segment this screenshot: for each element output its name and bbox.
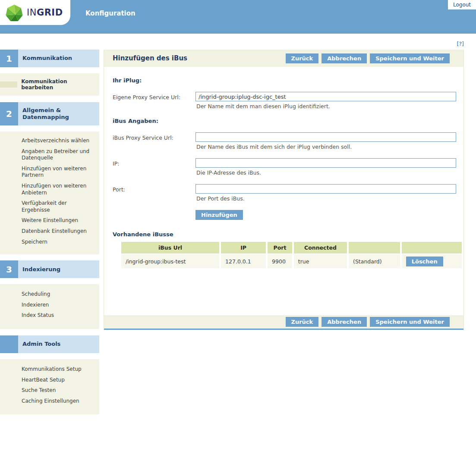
ingrid-logo-icon [4,3,24,23]
field-help-text: Die IP-Adresse des iBus. [196,169,463,176]
existing-ibusse-heading: Vorhandene iBusse [113,231,463,238]
sidebar-item-suche-testen[interactable]: Suche Testen [22,387,93,394]
logout-button[interactable]: Logout [448,0,476,9]
cancel-button-bottom[interactable]: Abbrechen [322,317,367,327]
column-header-empty-standard [349,242,400,254]
vorhandene-ibusse-table: iBus Url IP Port Connected /ingrid-group… [120,241,463,269]
column-header-port: Port [268,242,292,254]
delete-ibus-button[interactable]: Löschen [406,257,443,266]
sidebar-submenu-admin-tools: Kommunikations Setup HeartBeat Setup Suc… [0,359,99,414]
content-title-bar: Hinzufügen des iBus Zurück Abbrechen Spe… [104,50,463,67]
section-number [0,335,18,353]
ibus-proxy-service-url-input[interactable] [195,132,456,142]
ip-field-row: IP: Die IP-Adresse des iBus. [113,158,463,182]
sidebar-section-admin-tools[interactable]: Admin Tools [0,335,99,353]
form-area: Ihr iPlug: Eigene Proxy Service Url: Der… [104,67,463,315]
top-button-group: Zurück Abbrechen Speichern und Weiter [286,53,450,63]
cell-port: 9900 [268,254,292,268]
add-ibus-button[interactable]: Hinzufügen [195,210,243,220]
sidebar-submenu-indexierung: Scheduling Indexieren Index Status [0,284,99,329]
sidebar: 1 Kommunikation Kommunikation bearbeiten… [0,50,99,414]
sidebar-item-hinzufuegen-anbietern[interactable]: Hinzufügen von weiteren Anbietern [22,183,93,196]
port-field-row: Port: Der Port des iBus. [113,184,463,207]
ingrid-logo[interactable]: INGRID [0,0,70,25]
sidebar-section-kommunikation[interactable]: 1 Kommunikation [0,50,99,67]
cell-standard: (Standard) [349,254,400,268]
column-header-connected: Connected [294,242,347,254]
section-label: Allgemein & Datenmapping [18,102,99,125]
section-number: 3 [0,260,18,278]
table-row: /ingrid-group:ibus-test 127.0.0.1 9900 t… [121,254,462,268]
back-button-top[interactable]: Zurück [286,53,319,63]
section-label: Admin Tools [18,335,99,353]
active-item-marker [0,81,17,88]
sidebar-section-indexierung[interactable]: 3 Indexierung [0,260,99,278]
sidebar-item-arbeitsverzeichnis-waehlen[interactable]: Arbeitsverzeichnis wählen [22,138,93,144]
ingrid-logo-text: INGRID [27,7,63,18]
sidebar-item-verfuegbarkeit-ergebnisse[interactable]: Verfügbarkeit der Ergebnisse [22,200,93,213]
field-help-text: Der Name mit dem man diesen iPlug identi… [196,103,463,110]
cell-connected: true [294,254,347,268]
ibus-section-heading: iBus Angaben: [113,118,463,124]
field-help-text: Der Port des iBus. [196,195,463,202]
main-content: Hinzufügen des iBus Zurück Abbrechen Spe… [104,50,464,330]
sidebar-item-weitere-einstellungen[interactable]: Weitere Einstellungen [22,217,93,224]
sidebar-item-scheduling[interactable]: Scheduling [22,291,93,298]
header-bar: INGRID Konfiguration Logout [0,0,476,34]
port-input[interactable] [195,184,456,194]
sidebar-item-caching-einstellungen[interactable]: Caching Einstellungen [22,398,93,405]
section-label: Kommunikation [18,50,99,67]
page: INGRID Konfiguration Logout [?] 1 Kommun… [0,0,476,454]
field-label: Port: [113,184,195,207]
section-number: 2 [0,102,18,125]
active-marker-column [0,81,18,88]
sidebar-item-heartbeat-setup[interactable]: HeartBeat Setup [22,377,93,384]
field-label: iBus Proxy Service Url: [113,132,195,156]
ibus-proxy-field-row: iBus Proxy Service Url: Der Name des iBu… [113,132,463,156]
section-number: 1 [0,50,18,67]
ip-input[interactable] [195,158,456,168]
sidebar-item-indexieren[interactable]: Indexieren [22,302,93,309]
eigene-proxy-service-url-input[interactable] [195,92,456,101]
sidebar-item-hinzufuegen-partnern[interactable]: Hinzufügen von weiteren Partnern [22,166,93,179]
iplug-section-heading: Ihr iPlug: [113,77,463,84]
sidebar-section-allgemein-datenmapping[interactable]: 2 Allgemein & Datenmapping [0,102,99,125]
sidebar-item-kommunikation-bearbeiten[interactable]: Kommunikation bearbeiten [0,73,99,96]
column-header-ip: IP [221,242,266,254]
cell-ip: 127.0.0.1 [221,254,266,268]
field-label: IP: [113,158,195,182]
back-button-bottom[interactable]: Zurück [286,317,319,327]
eigene-proxy-field-row: Eigene Proxy Service Url: Der Name mit d… [113,92,463,115]
cell-ibus-url: /ingrid-group:ibus-test [121,254,219,268]
page-title: Konfiguration [85,9,136,17]
sidebar-item-angaben-betreiber-datenquelle[interactable]: Angaben zu Betreiber und Datenquelle [22,148,93,162]
column-header-empty-actions [402,242,462,254]
table-header-row: iBus Url IP Port Connected [121,242,462,254]
sidebar-item-index-status[interactable]: Index Status [22,312,93,319]
cancel-button-top[interactable]: Abbrechen [322,53,367,63]
save-continue-button-top[interactable]: Speichern und Weiter [370,53,450,63]
field-label: Eigene Proxy Service Url: [113,92,195,115]
field-help-text: Der Name des iBus mit dem sich der iPlug… [196,144,463,150]
sidebar-item-speichern[interactable]: Speichern [22,239,93,246]
section-label: Indexierung [18,260,99,278]
help-link[interactable]: [?] [457,41,464,47]
bottom-button-bar: Zurück Abbrechen Speichern und Weiter [104,315,463,330]
content-heading: Hinzufügen des iBus [113,54,187,62]
sidebar-item-datenbank-einstellungen[interactable]: Datenbank Einstellungen [22,228,93,235]
sidebar-submenu-allgemein: Arbeitsverzeichnis wählen Angaben zu Bet… [0,132,99,254]
bottom-button-group: Zurück Abbrechen Speichern und Weiter [286,317,450,327]
save-continue-button-bottom[interactable]: Speichern und Weiter [370,317,450,327]
sidebar-item-kommunikations-setup[interactable]: Kommunikations Setup [22,366,93,373]
column-header-ibus-url: iBus Url [121,242,219,254]
sidebar-item-label: Kommunikation bearbeiten [18,78,99,91]
